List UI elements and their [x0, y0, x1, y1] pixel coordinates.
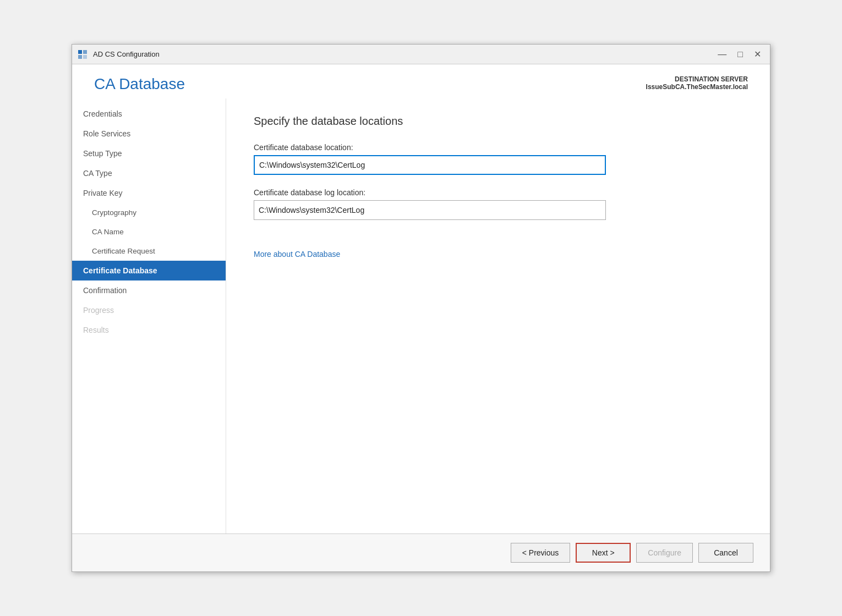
- sidebar-item-progress: Progress: [72, 300, 226, 320]
- db-location-group: Certificate database location:: [254, 143, 742, 175]
- configure-button[interactable]: Configure: [636, 543, 693, 563]
- content-heading: Specify the database locations: [254, 115, 742, 128]
- svg-rect-2: [78, 55, 82, 59]
- db-log-label: Certificate database log location:: [254, 188, 742, 197]
- db-location-label: Certificate database location:: [254, 143, 742, 152]
- db-log-input[interactable]: [254, 200, 606, 220]
- maximize-button[interactable]: □: [734, 50, 746, 59]
- sidebar-item-results: Results: [72, 320, 226, 340]
- svg-rect-0: [78, 50, 82, 54]
- destination-label: DESTINATION SERVER: [646, 75, 748, 83]
- sidebar-item-private-key[interactable]: Private Key: [72, 183, 226, 203]
- main-content: CredentialsRole ServicesSetup TypeCA Typ…: [72, 98, 770, 534]
- sidebar-item-ca-name[interactable]: CA Name: [72, 222, 226, 241]
- destination-value: IssueSubCA.TheSecMaster.local: [646, 83, 748, 91]
- page-title: CA Database: [94, 75, 185, 93]
- content-area: Specify the database locations Certifica…: [226, 98, 770, 534]
- sidebar: CredentialsRole ServicesSetup TypeCA Typ…: [72, 98, 226, 534]
- sidebar-item-confirmation[interactable]: Confirmation: [72, 280, 226, 300]
- destination-server: DESTINATION SERVER IssueSubCA.TheSecMast…: [646, 75, 748, 91]
- cancel-button[interactable]: Cancel: [698, 543, 753, 563]
- previous-button[interactable]: < Previous: [511, 543, 571, 563]
- sidebar-item-ca-type[interactable]: CA Type: [72, 163, 226, 183]
- header: CA Database DESTINATION SERVER IssueSubC…: [72, 64, 770, 98]
- sidebar-item-role-services[interactable]: Role Services: [72, 124, 226, 144]
- title-bar-text: AD CS Configuration: [93, 50, 714, 58]
- title-bar-controls: — □ ✕: [714, 50, 764, 59]
- next-button[interactable]: Next >: [576, 543, 631, 563]
- sidebar-item-credentials[interactable]: Credentials: [72, 104, 226, 124]
- sidebar-item-setup-type[interactable]: Setup Type: [72, 144, 226, 163]
- footer: < Previous Next > Configure Cancel: [72, 534, 770, 571]
- close-button[interactable]: ✕: [751, 50, 764, 59]
- main-window: AD CS Configuration — □ ✕ CA Database DE…: [72, 44, 770, 572]
- minimize-button[interactable]: —: [714, 50, 730, 59]
- more-link[interactable]: More about CA Database: [254, 250, 340, 258]
- svg-rect-3: [83, 55, 87, 59]
- db-log-group: Certificate database log location:: [254, 188, 742, 220]
- svg-rect-1: [83, 50, 87, 54]
- sidebar-item-certificate-request[interactable]: Certificate Request: [72, 241, 226, 261]
- title-bar: AD CS Configuration — □ ✕: [72, 45, 770, 64]
- sidebar-item-cryptography[interactable]: Cryptography: [72, 203, 226, 222]
- sidebar-item-certificate-database[interactable]: Certificate Database: [72, 261, 226, 280]
- db-location-input[interactable]: [254, 155, 606, 175]
- app-icon: [78, 49, 89, 60]
